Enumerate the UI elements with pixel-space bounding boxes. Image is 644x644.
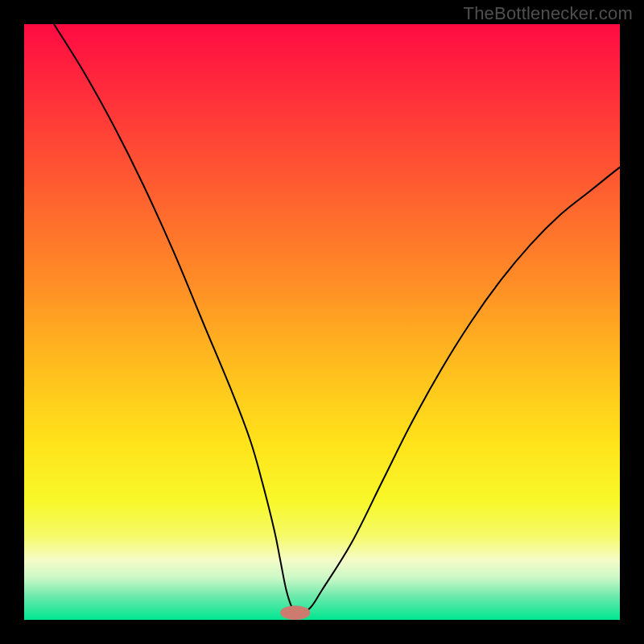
plot-area xyxy=(24,24,620,620)
watermark-label: TheBottlenecker.com xyxy=(464,3,633,24)
gradient-background xyxy=(24,24,620,620)
optimum-marker xyxy=(280,605,310,620)
chart-frame: TheBottlenecker.com xyxy=(0,0,644,644)
bottleneck-curve-chart xyxy=(24,24,620,620)
